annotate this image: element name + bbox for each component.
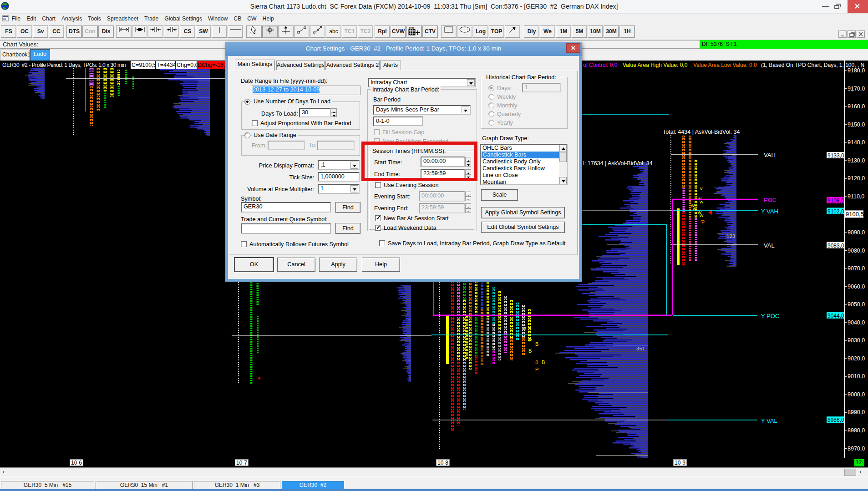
svg-text:9180,0: 9180,0: [848, 67, 865, 74]
svg-text:9050,0: 9050,0: [848, 301, 865, 308]
svg-text:9108,0: 9108,0: [827, 197, 844, 204]
svg-text:9100,5: 9100,5: [846, 211, 864, 218]
svg-text:8970,0: 8970,0: [848, 445, 865, 452]
svg-text:9090,0: 9090,0: [848, 229, 865, 236]
svg-text:l: 17634 | AskVol-BidVol: 34: l: 17634 | AskVol-BidVol: 34: [583, 160, 653, 167]
svg-text:9120,0: 9120,0: [848, 175, 865, 182]
svg-text:of Control: 0,0: of Control: 0,0: [583, 62, 618, 68]
svg-text:351: 351: [636, 346, 645, 351]
svg-text:Value Area Low Value: 0,0: Value Area Low Value: 0,0: [693, 62, 757, 68]
svg-text:P: P: [535, 367, 538, 372]
svg-text:9102,0: 9102,0: [827, 208, 844, 215]
svg-text:B: B: [523, 326, 526, 331]
svg-text:P: P: [528, 338, 532, 343]
svg-text:Y VAH: Y VAH: [761, 208, 778, 215]
svg-text:9170,0: 9170,0: [848, 86, 865, 92]
svg-text:9110,0: 9110,0: [848, 193, 864, 200]
svg-text:v: v: [700, 186, 703, 191]
svg-text:W: W: [700, 200, 704, 204]
svg-text:POC: POC: [764, 197, 777, 203]
svg-text:9030,0: 9030,0: [848, 337, 865, 344]
svg-text:Value Area High Value: 0,0: Value Area High Value: 0,0: [623, 62, 688, 68]
svg-text:9070,0: 9070,0: [848, 265, 865, 272]
svg-text:9140,0: 9140,0: [848, 139, 865, 146]
svg-text:VAH: VAH: [764, 152, 776, 158]
svg-text:8990,0: 8990,0: [848, 409, 865, 415]
svg-text:8980,0: 8980,0: [848, 427, 865, 434]
svg-text:9083,0: 9083,0: [827, 243, 844, 249]
svg-text:8: 8: [535, 359, 538, 365]
svg-text:9040,0: 9040,0: [848, 319, 865, 326]
svg-text:C=9100,5: C=9100,5: [132, 62, 157, 68]
svg-text:9044,0: 9044,0: [827, 313, 844, 319]
svg-text:Total: 4434 | AskVol-BidVol: 3: Total: 4434 | AskVol-BidVol: 34: [663, 129, 740, 135]
svg-text:GER30 #2 - Profile Period: 1: GER30 #2 - Profile Period: 1 Days, TPOs:…: [2, 62, 126, 68]
svg-text:9080,0: 9080,0: [848, 248, 865, 254]
svg-text:9133,0: 9133,0: [827, 152, 844, 159]
svg-text:B: B: [535, 341, 538, 347]
svg-text:123: 123: [726, 233, 735, 239]
svg-text:9130,0: 9130,0: [848, 157, 865, 164]
svg-text:9010,0: 9010,0: [848, 373, 865, 380]
svg-text:VAL: VAL: [764, 242, 775, 249]
svg-text:TVW: TVW: [409, 26, 414, 29]
svg-text:DChg=-16,5: DChg=-16,5: [198, 62, 228, 68]
svg-text:T=4434: T=4434: [157, 62, 176, 68]
svg-text:Y POC: Y POC: [761, 313, 779, 319]
svg-text:Y VAL: Y VAL: [761, 417, 777, 424]
svg-text:9000,0: 9000,0: [848, 391, 865, 398]
svg-text:B: B: [542, 359, 545, 365]
svg-text:9060,0: 9060,0: [848, 283, 865, 290]
svg-text:W: W: [700, 213, 704, 218]
svg-text:8986,0: 8986,0: [827, 417, 844, 423]
svg-text:8: 8: [528, 326, 531, 331]
svg-text:B: B: [528, 348, 532, 354]
svg-text:Ƥ: Ƥ: [701, 219, 705, 225]
svg-text:(1, Based On TPO Chart, Days,: (1, Based On TPO Chart, Days, 1, 100, , …: [761, 62, 864, 68]
svg-text:Chg=0,0: Chg=0,0: [177, 62, 198, 68]
svg-text:9020,0: 9020,0: [848, 355, 865, 362]
svg-text:9150,0: 9150,0: [848, 121, 865, 128]
svg-text:9160,0: 9160,0: [848, 103, 865, 110]
